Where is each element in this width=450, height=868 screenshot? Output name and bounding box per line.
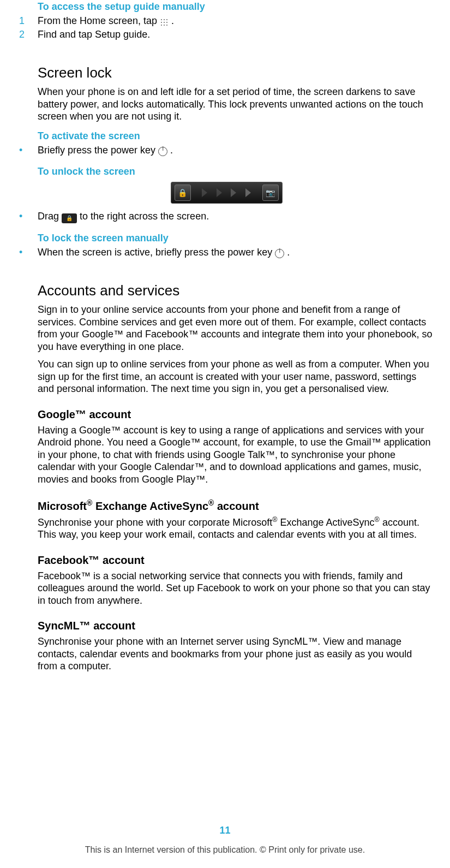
slide-chevrons [191, 188, 262, 197]
chevron-right-icon [217, 188, 222, 197]
bullet-text: When the screen is active, briefly press… [38, 246, 434, 259]
bullet-text: Briefly press the power key . [38, 144, 434, 157]
step-text-after: . [171, 15, 174, 26]
lock-slider-icon: 🔒 [175, 185, 191, 201]
paragraph: When your phone is on and left idle for … [38, 86, 434, 123]
step-text: Find and tap Setup guide. [38, 28, 434, 41]
registered-mark-icon: ® [87, 498, 92, 507]
paragraph: Having a Google™ account is key to using… [38, 424, 434, 486]
subheading-unlock-screen: To unlock the screen [38, 166, 434, 177]
heading-syncml: SyncML™ account [38, 620, 434, 632]
bullet-item: • Briefly press the power key . [19, 144, 434, 157]
bullet-item: • When the screen is active, briefly pre… [19, 246, 434, 259]
step-row: 2 Find and tap Setup guide. [19, 28, 434, 41]
chevron-right-icon [245, 188, 251, 197]
apps-grid-icon [160, 18, 169, 27]
heading-accounts: Accounts and services [38, 282, 434, 299]
lockscreen-bar: 🔒 📷 [171, 182, 283, 204]
power-icon [275, 249, 284, 258]
heading-screen-lock: Screen lock [38, 64, 434, 81]
step-number: 1 [19, 15, 38, 27]
heading-facebook: Facebook™ account [38, 554, 434, 567]
bullet-dot-icon: • [19, 144, 38, 157]
registered-mark-icon: ® [272, 516, 277, 524]
document-page: To access the setup guide manually 1 Fro… [0, 1, 450, 868]
subheading-access-guide: To access the setup guide manually [38, 1, 434, 13]
step-text-before: From the Home screen, tap [38, 15, 160, 26]
chevron-right-icon [231, 188, 236, 197]
registered-mark-icon: ® [208, 498, 214, 507]
ordered-steps: 1 From the Home screen, tap . 2 Find and… [19, 15, 434, 40]
step-row: 1 From the Home screen, tap . [19, 15, 434, 27]
lockscreen-illustration: 🔒 📷 [19, 182, 434, 204]
power-icon [158, 147, 167, 156]
bullet-text: Drag 🔒 to the right across the screen. [38, 210, 434, 223]
chevron-right-icon [202, 188, 207, 197]
paragraph: Synchronise your phone with your corpora… [38, 516, 434, 541]
footer-line: This is an Internet version of this publ… [0, 845, 450, 855]
paragraph: Facebook™ is a social networking service… [38, 570, 434, 607]
bullet-item: • Drag 🔒 to the right across the screen. [19, 210, 434, 223]
bullet-dot-icon: • [19, 246, 38, 259]
heading-google: Google™ account [38, 408, 434, 421]
paragraph: Sign in to your online service accounts … [38, 304, 434, 353]
subheading-activate-screen: To activate the screen [38, 130, 434, 142]
subheading-lock-screen: To lock the screen manually [38, 233, 434, 244]
bullet-dot-icon: • [19, 210, 38, 223]
step-text: From the Home screen, tap . [38, 15, 434, 27]
paragraph: You can sign up to online services from … [38, 358, 434, 395]
step-number: 2 [19, 28, 38, 41]
camera-slider-icon: 📷 [262, 185, 279, 201]
page-number: 11 [0, 825, 450, 836]
lock-chip-icon: 🔒 [62, 213, 77, 223]
paragraph: Synchronise your phone with an Internet … [38, 635, 434, 673]
heading-exchange: Microsoft® Exchange ActiveSync® account [38, 498, 434, 513]
registered-mark-icon: ® [375, 516, 380, 524]
